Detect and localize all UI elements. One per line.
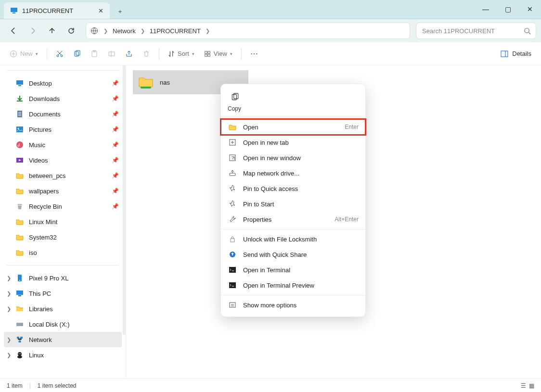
breadcrumb-network[interactable]: Network	[113, 27, 136, 35]
chevron-right-icon[interactable]: ❯	[7, 352, 11, 358]
sidebar-item-pictures[interactable]: Pictures 📌	[4, 122, 122, 137]
tiles-view-icon[interactable]: ▦	[529, 382, 534, 389]
sidebar-item-between_pcs[interactable]: between_pcs 📌	[4, 168, 122, 183]
maximize-button[interactable]: ▢	[497, 0, 519, 19]
folder-icon	[15, 187, 24, 195]
close-window-button[interactable]: ✕	[519, 0, 541, 19]
up-button[interactable]	[43, 22, 61, 39]
back-button[interactable]	[5, 22, 22, 39]
breadcrumb-current[interactable]: 11PROCURRENT	[150, 27, 201, 35]
sidebar-item-documents[interactable]: Documents 📌	[4, 106, 122, 122]
sidebar-item-libraries[interactable]: ❯ Libraries	[4, 301, 122, 316]
ctx-pin-to-quick-access[interactable]: Pin to Quick access	[221, 181, 365, 196]
forward-button[interactable]	[24, 22, 41, 39]
divider	[47, 48, 47, 60]
pictures-icon	[15, 125, 24, 134]
folder-open-icon	[228, 123, 237, 131]
sidebar-item-local-disk-x-[interactable]: Local Disk (X:)	[4, 316, 122, 332]
folder-icon	[15, 171, 24, 180]
paste-button[interactable]	[87, 46, 102, 62]
sidebar-item-videos[interactable]: Videos 📌	[4, 152, 122, 168]
sidebar-label: between_pcs	[29, 172, 66, 179]
ctx-open-in-terminal[interactable]: Open in Terminal	[221, 262, 365, 278]
command-bar: New ▾ Sort ▾ View ▾ ⋯ Details	[0, 42, 541, 65]
list-view-icon[interactable]: ☰	[521, 382, 526, 389]
chevron-right-icon[interactable]: ❯	[7, 275, 11, 281]
svg-rect-15	[208, 54, 210, 56]
view-button[interactable]: View ▾	[200, 46, 236, 62]
refresh-button[interactable]	[63, 22, 80, 39]
ctx-open-in-terminal-preview[interactable]: Open in Terminal Preview	[221, 278, 365, 293]
share-icon	[228, 251, 237, 258]
minimize-button[interactable]: —	[475, 0, 497, 19]
more-button[interactable]: ⋯	[246, 46, 262, 62]
sort-button[interactable]: Sort ▾	[164, 46, 198, 62]
sidebar-item-this-pc[interactable]: ❯ This PC	[4, 286, 122, 301]
chevron-right-icon[interactable]: ❯	[7, 291, 11, 297]
folder-icon	[15, 233, 24, 241]
window-controls: — ▢ ✕	[475, 0, 541, 19]
svg-rect-13	[208, 51, 210, 53]
svg-rect-37	[141, 87, 151, 89]
search-input[interactable]	[421, 27, 524, 35]
new-tab-button[interactable]: ＋	[113, 4, 127, 19]
ctx-open-in-new-tab[interactable]: Open in new tab	[221, 135, 365, 150]
close-tab-icon[interactable]: ✕	[96, 6, 105, 15]
svg-point-36	[20, 354, 21, 354]
ctx-shortcut: Alt+Enter	[335, 216, 359, 223]
svg-rect-30	[17, 337, 19, 339]
rename-button[interactable]	[104, 46, 119, 62]
sidebar-item-music[interactable]: Music 📌	[4, 137, 122, 152]
sidebar-label: Downloads	[29, 95, 60, 102]
sidebar-label: Libraries	[29, 305, 53, 313]
divider	[221, 117, 365, 117]
desktop-icon	[15, 79, 24, 88]
new-button[interactable]: New ▾	[6, 46, 42, 62]
sidebar-item-downloads[interactable]: Downloads 📌	[4, 91, 122, 106]
share-button[interactable]	[121, 46, 137, 62]
ctx-pin-to-start[interactable]: Pin to Start	[221, 196, 365, 212]
sidebar-item-linux[interactable]: ❯ Linux	[4, 347, 122, 363]
ctx-properties[interactable]: Properties Alt+Enter	[221, 212, 365, 227]
sidebar-item-wallpapers[interactable]: wallpapers 📌	[4, 183, 122, 199]
svg-point-21	[18, 128, 19, 129]
sidebar-item-desktop[interactable]: Desktop 📌	[4, 76, 122, 91]
sidebar-item-system32[interactable]: System32	[4, 229, 122, 245]
chevron-right-icon[interactable]: ❯	[7, 337, 11, 343]
svg-rect-31	[20, 337, 23, 339]
divider	[221, 229, 365, 229]
ctx-label: Open in Terminal Preview	[243, 282, 314, 289]
ctx-open-in-new-window[interactable]: Open in new window	[221, 150, 365, 165]
details-label: Details	[512, 50, 531, 57]
sidebar-item-iso[interactable]: iso	[4, 245, 122, 260]
svg-rect-42	[230, 173, 235, 176]
sidebar-label: Local Disk (X:)	[29, 321, 70, 328]
window-tab[interactable]: 11PROCURRENT ✕	[4, 2, 110, 19]
sidebar-label: Pixel 9 Pro XL	[29, 275, 68, 282]
ctx-show-more[interactable]: Show more options	[221, 297, 365, 313]
search-icon	[524, 27, 531, 35]
folder-name: nas	[160, 79, 170, 86]
search-box[interactable]	[416, 23, 536, 39]
cut-button[interactable]	[52, 46, 67, 62]
ctx-copy-icon[interactable]	[228, 90, 242, 104]
sidebar-item-recycle-bin[interactable]: Recycle Bin 📌	[4, 199, 122, 214]
ctx-open[interactable]: Open Enter	[221, 119, 365, 135]
pin-icon: 📌	[112, 111, 119, 117]
svg-point-34	[17, 355, 22, 358]
address-bar[interactable]: ❯ Network ❯ 11PROCURRENT ❯	[86, 23, 410, 39]
delete-button[interactable]	[139, 46, 154, 62]
divider	[241, 48, 242, 60]
svg-point-29	[21, 324, 22, 325]
svg-point-35	[19, 354, 20, 354]
sidebar-item-network[interactable]: ❯ Network	[4, 332, 122, 347]
sidebar-label: Linux	[29, 352, 44, 359]
sidebar-item-pixel-9-pro-xl[interactable]: ❯ Pixel 9 Pro XL	[4, 270, 122, 286]
details-pane-button[interactable]: Details	[497, 50, 535, 58]
copy-button[interactable]	[69, 46, 85, 62]
ctx-unlock-with-file-locksmith[interactable]: Unlock with File Locksmith	[221, 231, 365, 247]
chevron-right-icon[interactable]: ❯	[7, 306, 11, 312]
ctx-map-network-drive-[interactable]: Map network drive...	[221, 165, 365, 181]
ctx-send-with-quick-share[interactable]: Send with Quick Share	[221, 247, 365, 262]
sidebar-item-linux-mint[interactable]: Linux Mint	[4, 214, 122, 229]
